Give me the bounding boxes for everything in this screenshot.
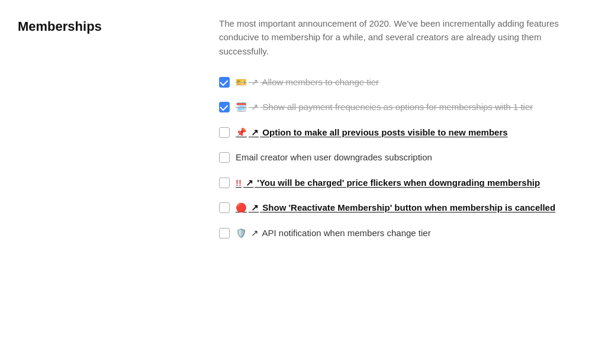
checkbox-list: 🎫 ↗ Allow members to change tier 🗓️ ↗ Sh… [219, 70, 574, 246]
checkbox-allow-change-tier[interactable] [219, 77, 230, 88]
list-item: 📌 ↗ Option to make all previous posts vi… [219, 120, 574, 146]
tier-icon: 🎫 [236, 77, 247, 87]
checkbox-email-downgrade[interactable] [219, 152, 230, 163]
section-description: The most important announcement of 2020.… [219, 17, 574, 58]
arrow-icon: ↗ [246, 178, 253, 188]
pin-icon: 📌 [236, 127, 247, 137]
checkbox-reactivate[interactable] [219, 202, 230, 213]
list-item: 🎫 ↗ Allow members to change tier [219, 70, 574, 95]
shield-icon: 🛡️ [236, 228, 247, 238]
arrow-icon: ↗ [251, 228, 259, 238]
arrow-icon: ↗ [251, 102, 259, 112]
item-label: 🛡️ ↗ API notification when members chang… [236, 227, 574, 240]
warning-icon: !! [236, 178, 242, 188]
item-label: 🎫 ↗ Allow members to change tier [236, 76, 574, 89]
item-label: 🗓️ ↗ Show all payment frequencies as opt… [236, 101, 574, 114]
memberships-section: Memberships The most important announcem… [18, 17, 574, 246]
reactivate-icon: 🔴 [236, 202, 247, 212]
calendar-icon: 🗓️ [236, 102, 247, 112]
item-label: !! ↗ 'You will be charged' price flicker… [236, 176, 574, 190]
arrow-icon: ↗ [251, 127, 259, 137]
left-column: Memberships [18, 17, 207, 246]
section-title: Memberships [18, 19, 207, 34]
checkbox-payment-freq[interactable] [219, 102, 230, 112]
arrow-icon: ↗ [251, 202, 259, 212]
list-item: Email creator when user downgrades subsc… [219, 145, 574, 170]
item-label: 📌 ↗ Option to make all previous posts vi… [236, 126, 574, 140]
checkbox-api-notify[interactable] [219, 228, 230, 239]
list-item: 🔴 ↗ Show 'Reactivate Membership' button … [219, 195, 574, 221]
list-item: 🗓️ ↗ Show all payment frequencies as opt… [219, 95, 574, 120]
checkbox-previous-posts[interactable] [219, 127, 230, 138]
right-column: The most important announcement of 2020.… [207, 17, 574, 246]
list-item: 🛡️ ↗ API notification when members chang… [219, 221, 574, 246]
item-label: Email creator when user downgrades subsc… [236, 151, 574, 165]
list-item: !! ↗ 'You will be charged' price flicker… [219, 170, 574, 196]
item-label: 🔴 ↗ Show 'Reactivate Membership' button … [236, 201, 574, 215]
checkbox-price-flicker[interactable] [219, 178, 230, 188]
arrow-icon: ↗ [251, 77, 259, 87]
